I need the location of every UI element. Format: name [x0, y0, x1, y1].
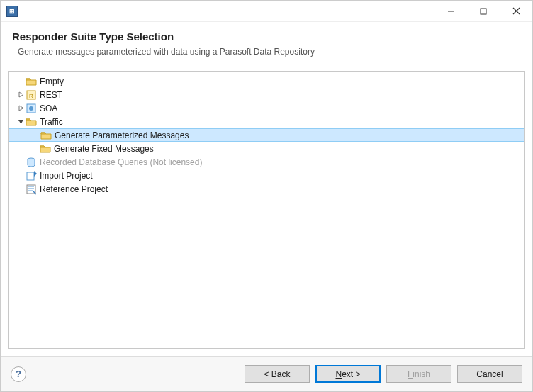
folder-icon — [40, 130, 52, 141]
finish-button-label: Finish — [408, 369, 430, 379]
back-button[interactable]: < Back — [245, 365, 310, 383]
tree-item-label: Traffic — [40, 117, 63, 127]
page-subtitle: Generate messages parameterized with dat… — [12, 47, 521, 57]
minimize-icon — [447, 8, 454, 15]
chevron-right-icon[interactable] — [16, 103, 26, 113]
app-icon: ⊞ — [6, 6, 18, 17]
tree-item[interactable]: Import Project — [9, 169, 524, 182]
cancel-button-label: Cancel — [476, 369, 503, 379]
tree-item-label: REST — [40, 90, 62, 100]
maximize-icon — [480, 8, 487, 15]
tree-item[interactable]: Empty — [9, 74, 524, 88]
wizard-footer: ? < Back Next > Finish Cancel — [1, 356, 532, 391]
tree-item-label: Empty — [40, 77, 64, 86]
finish-button: Finish — [386, 365, 451, 383]
svg-rect-1 — [481, 9, 486, 14]
tree-item[interactable]: Reference Project — [9, 182, 524, 196]
tree-item-label: Import Project — [40, 171, 93, 181]
next-button[interactable]: Next > — [315, 365, 381, 383]
minimize-button[interactable] — [434, 1, 467, 22]
chevron-down-icon[interactable] — [16, 117, 26, 127]
folder-icon — [40, 143, 51, 155]
next-button-label: Next > — [335, 369, 360, 379]
back-button-label: < Back — [264, 369, 290, 379]
chevron-right-icon[interactable] — [16, 90, 26, 100]
folder-icon — [26, 116, 37, 128]
maximize-button[interactable] — [467, 1, 500, 22]
svg-text:R: R — [29, 93, 33, 99]
folder-icon — [26, 76, 37, 87]
wizard-header: Responder Suite Type Selection Generate … — [1, 22, 532, 67]
page-title: Responder Suite Type Selection — [12, 30, 521, 43]
svg-rect-9 — [27, 172, 34, 180]
tree-item-label: Reference Project — [40, 184, 108, 194]
content-area: EmptyRRESTSOATrafficGenerate Parameteriz… — [1, 67, 532, 356]
titlebar: ⊞ — [1, 1, 532, 22]
tree-item[interactable]: RREST — [9, 88, 524, 101]
cancel-button[interactable]: Cancel — [457, 365, 522, 383]
tree-item-label: Recorded Database Queries (Not licensed) — [40, 157, 202, 167]
import-icon — [26, 170, 37, 181]
ref-icon — [26, 184, 37, 195]
tree-panel[interactable]: EmptyRRESTSOATrafficGenerate Parameteriz… — [8, 71, 525, 349]
svg-point-7 — [29, 106, 33, 111]
db-icon — [26, 157, 37, 168]
rest-icon: R — [26, 89, 37, 101]
tree-item-label: Generate Parameterized Messages — [55, 130, 189, 140]
tree-item[interactable]: Generate Parameterized Messages — [9, 128, 524, 142]
tree-item[interactable]: SOA — [9, 101, 524, 115]
tree-item-label: SOA — [40, 103, 57, 113]
tree-item[interactable]: Generate Fixed Messages — [9, 142, 524, 155]
tree-item-label: Generate Fixed Messages — [54, 144, 154, 154]
tree-item[interactable]: Traffic — [9, 115, 524, 128]
close-icon — [512, 7, 520, 15]
soa-icon — [26, 103, 37, 114]
close-button[interactable] — [500, 1, 532, 22]
tree-item: Recorded Database Queries (Not licensed) — [9, 155, 524, 169]
help-button[interactable]: ? — [11, 366, 26, 382]
